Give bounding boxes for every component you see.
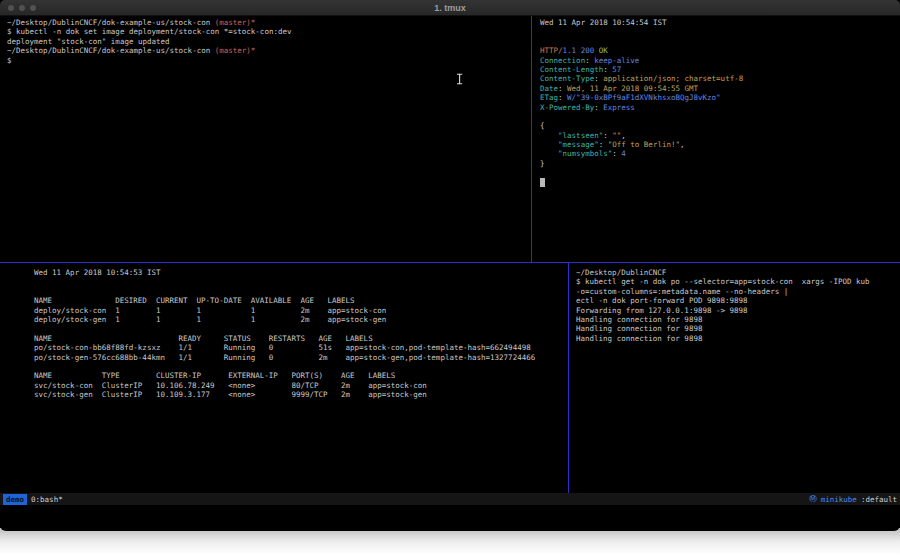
- tmux-session-name[interactable]: demo: [3, 494, 27, 505]
- pane-kubectl-resources-watch[interactable]: Wed 11 Apr 2018 10:54:53 IST NAME DESIRE…: [0, 264, 568, 493]
- terminal-line: Handling connection for 9898: [576, 315, 900, 324]
- terminal-line: "message": "Off to Berlin!",: [540, 140, 900, 149]
- window-title: 1. tmux: [0, 0, 900, 16]
- terminal-line: -o=custom-columns=:metadata.name --no-he…: [576, 287, 900, 296]
- desktop: 1. tmux ~/Desktop/DublinCNCF/dok-example…: [0, 0, 900, 555]
- terminal-line: Handling connection for 9898: [576, 334, 900, 343]
- terminal-line: Wed 11 Apr 2018 10:54:53 IST: [34, 268, 568, 277]
- desktop-background: [0, 528, 900, 555]
- pane-shell-kubectl-set-image[interactable]: ~/Desktop/DublinCNCF/dok-example-us/stoc…: [0, 16, 531, 262]
- terminal-line: }: [540, 159, 900, 168]
- terminal-line: [540, 178, 900, 187]
- terminal-line: $: [7, 56, 531, 65]
- terminal-line: $ kubectl get -n dok po --selector=app=s…: [576, 277, 900, 286]
- terminal-line: po/stock-gen-576cc688bb-44kmn 1/1 Runnin…: [34, 353, 568, 362]
- terminal-line: Date: Wed, 11 Apr 2018 09:54:55 GMT: [540, 84, 900, 93]
- close-button[interactable]: [8, 5, 14, 11]
- terminal-line: [34, 277, 568, 286]
- terminal-line: deployment "stock-con" image updated: [7, 37, 531, 46]
- window-titlebar[interactable]: 1. tmux: [0, 0, 900, 16]
- pane-http-watch-output[interactable]: Wed 11 Apr 2018 10:54:54 IST HTTP/1.1 20…: [533, 16, 900, 262]
- terminal-line: ectl -n dok port-forward POD 9898:9898: [576, 296, 900, 305]
- terminal-line: [540, 37, 900, 46]
- terminal-line: Handling connection for 9898: [576, 324, 900, 333]
- terminal-line: Wed 11 Apr 2018 10:54:54 IST: [540, 18, 900, 27]
- terminal-line: HTTP/1.1 200 OK: [540, 46, 900, 55]
- terminal-line: Connection: keep-alive: [540, 56, 900, 65]
- terminal-line: [540, 168, 900, 177]
- kube-context-label: minikube: [821, 495, 857, 504]
- terminal-line: NAME TYPE CLUSTER-IP EXTERNAL-IP PORT(S)…: [34, 371, 568, 380]
- terminal-window: 1. tmux ~/Desktop/DublinCNCF/dok-example…: [0, 0, 900, 531]
- terminal-line: Forwarding from 127.0.0.1:9898 -> 9898: [576, 306, 900, 315]
- tmux-window-item[interactable]: 0:bash*: [31, 495, 63, 504]
- pane-border-vertical-top: [531, 16, 532, 262]
- minimize-button[interactable]: [19, 5, 25, 11]
- pane-border-horizontal: [0, 262, 900, 263]
- tmux-status-bar: demo 0:bash* Ⓜ minikube :default: [0, 493, 900, 505]
- terminal-line: svc/stock-con ClusterIP 10.106.78.249 <n…: [34, 381, 568, 390]
- mouse-cursor-ibeam: [456, 73, 464, 85]
- terminal-line: [34, 324, 568, 333]
- terminal-line: NAME READY STATUS RESTARTS AGE LABELS: [34, 334, 568, 343]
- terminal-line: po/stock-con-bb68f88fd-kzsxz 1/1 Running…: [34, 343, 568, 352]
- kube-namespace-label: :default: [861, 495, 897, 504]
- traffic-lights: [8, 5, 36, 11]
- terminal-line: ~/Desktop/DublinCNCF: [576, 268, 900, 277]
- terminal-line: [540, 112, 900, 121]
- terminal-line: [34, 287, 568, 296]
- terminal-line: deploy/stock-gen 1 1 1 1 2m app=stock-ge…: [34, 315, 568, 324]
- minikube-icon: Ⓜ: [809, 494, 817, 504]
- pane-border-vertical-bottom: [568, 263, 569, 493]
- terminal-line: ~/Desktop/DublinCNCF/dok-example-us/stoc…: [7, 18, 531, 27]
- terminal-line: ETag: W/"39-0xBPf9aF1dXVNkhsxoBQgJ8vKzo": [540, 93, 900, 102]
- terminal-line: X-Powered-By: Express: [540, 103, 900, 112]
- terminal-line: deploy/stock-con 1 1 1 1 2m app=stock-co…: [34, 306, 568, 315]
- terminal-line: Content-Length: 57: [540, 65, 900, 74]
- terminal-line: "numsymbols": 4: [540, 149, 900, 158]
- terminal-line: svc/stock-gen ClusterIP 10.109.3.177 <no…: [34, 390, 568, 399]
- terminal-line: [34, 362, 568, 371]
- terminal-line: $ kubectl -n dok set image deployment/st…: [7, 27, 531, 36]
- terminal-line: Content-Type: application/json; charset=…: [540, 74, 900, 83]
- terminal-line: [540, 27, 900, 36]
- zoom-button[interactable]: [30, 5, 36, 11]
- terminal-line: NAME DESIRED CURRENT UP-TO-DATE AVAILABL…: [34, 296, 568, 305]
- terminal-line: "lastseen": "",: [540, 131, 900, 140]
- terminal-line: {: [540, 121, 900, 130]
- terminal-line: ~/Desktop/DublinCNCF/dok-example-us/stoc…: [7, 46, 531, 55]
- pane-port-forward[interactable]: ~/Desktop/DublinCNCF$ kubectl get -n dok…: [570, 264, 900, 493]
